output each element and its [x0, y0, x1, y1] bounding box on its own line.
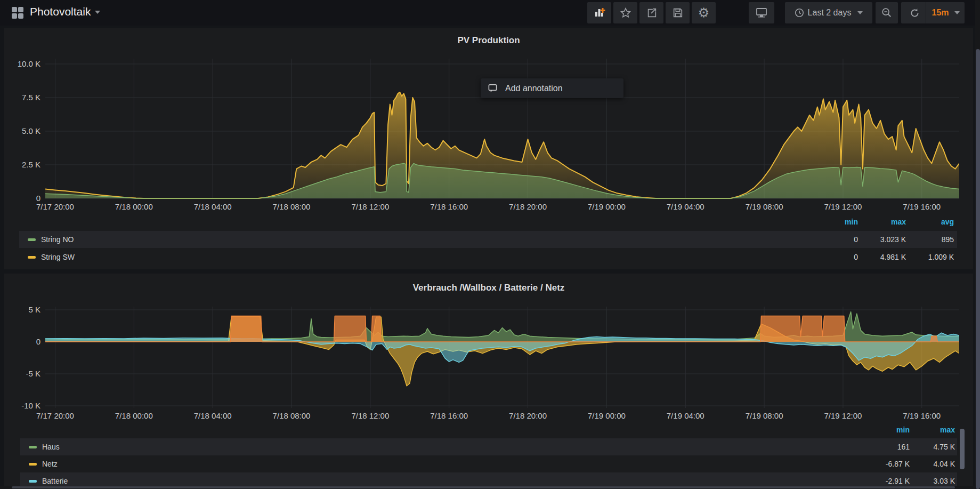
star-icon [620, 7, 631, 19]
time-range-label: Last 2 days [808, 8, 852, 18]
x-axis-tick-label: 7/18 12:00 [351, 202, 389, 211]
series-color-swatch[interactable] [28, 238, 36, 241]
series-group [45, 312, 959, 386]
refresh-interval-label: 15m [932, 8, 949, 18]
refresh-icon [909, 7, 920, 19]
x-axis-tick-label: 7/19 08:00 [746, 411, 783, 420]
add-annotation-menu-item[interactable]: Add annotation [481, 78, 623, 98]
tv-mode-button[interactable] [749, 2, 774, 23]
legend-label[interactable]: Netz [42, 460, 58, 468]
series-color-swatch[interactable] [29, 463, 37, 466]
comment-bubble-icon [488, 83, 498, 93]
x-axis-tick-label: 7/19 08:00 [746, 202, 783, 211]
x-axis-tick-label: 7/18 04:00 [194, 411, 232, 420]
time-range-picker[interactable]: Last 2 days [785, 2, 872, 23]
add-panel-button[interactable] [587, 2, 611, 23]
x-axis-tick-label: 7/19 16:00 [903, 202, 941, 211]
legend-max-value: 3.03 K [864, 477, 955, 485]
legend-row-haus[interactable]: Haus 161 4.75 K [20, 438, 957, 455]
zoom-out-button[interactable] [876, 2, 898, 23]
x-axis-tick-label: 7/19 00:00 [588, 202, 626, 211]
legend-row-netz[interactable]: Netz -6.87 K 4.04 K [20, 455, 957, 472]
x-axis-tick-label: 7/18 00:00 [115, 411, 153, 420]
zoom-out-icon [881, 7, 893, 19]
y-axis-tick-label: 0 [36, 337, 41, 346]
dashboard-title-dropdown[interactable]: Photovoltaik [30, 5, 100, 18]
save-dashboard-button[interactable] [666, 2, 690, 23]
y-axis-tick-label: 5 K [28, 305, 41, 314]
y-axis-tick-label: 2.5 K [22, 160, 41, 169]
share-dashboard-button[interactable] [639, 2, 663, 23]
legend-max-value: 4.04 K [864, 460, 955, 468]
y-axis-tick-label: 5.0 K [22, 126, 41, 135]
y-axis-tick-label: 10.0 K [18, 59, 41, 68]
x-axis-tick-label: 7/19 12:00 [824, 202, 862, 211]
series-group [45, 92, 959, 198]
legend-max-value: 4.75 K [864, 443, 955, 451]
navbar: Photovoltaik [0, 0, 980, 26]
share-icon [646, 7, 658, 19]
x-axis-tick-label: 7/18 08:00 [273, 411, 311, 420]
monitor-icon [755, 7, 768, 19]
series-color-swatch[interactable] [29, 446, 37, 448]
star-dashboard-button[interactable] [613, 2, 637, 23]
x-axis-tick-label: 7/19 00:00 [588, 411, 626, 420]
x-axis-tick-label: 7/17 20:00 [36, 202, 74, 211]
legend-avg-value: 895 [863, 235, 954, 244]
legend-label[interactable]: String NO [41, 235, 74, 244]
clock-icon [795, 8, 804, 18]
horizontal-scrollbar[interactable] [0, 486, 975, 489]
chevron-down-icon [954, 11, 960, 14]
legend-scrollbar-thumb[interactable] [960, 429, 965, 469]
x-axis-tick-label: 7/18 08:00 [273, 202, 311, 211]
horizontal-scrollbar-thumb[interactable] [12, 486, 955, 488]
legend-col-max[interactable]: max [864, 426, 955, 434]
dashboard-settings-button[interactable]: ⚙ [692, 2, 716, 23]
vertical-scrollbar-thumb[interactable] [976, 49, 980, 489]
legend-label[interactable]: String SW [41, 253, 75, 261]
x-axis-tick-label: 7/18 20:00 [509, 202, 547, 211]
save-icon [672, 7, 684, 19]
series-color-swatch[interactable] [29, 480, 37, 483]
x-axis-tick-label: 7/18 20:00 [509, 411, 547, 420]
legend-row-string-sw[interactable]: String SW 0 4.981 K 1.009 K [19, 248, 957, 266]
refresh-picker[interactable]: 15m [901, 2, 965, 23]
x-axis-tick-label: 7/19 04:00 [667, 202, 704, 211]
x-axis-tick-label: 7/18 04:00 [194, 202, 232, 211]
verbrauch-chart-canvas[interactable]: 5 K0-5 K-10 K7/17 20:007/18 00:007/18 04… [0, 275, 975, 427]
legend-col-avg[interactable]: avg [863, 218, 954, 226]
dashboard-title: Photovoltaik [30, 5, 91, 18]
x-axis-tick-label: 7/19 04:00 [667, 411, 704, 420]
x-axis-tick-label: 7/19 16:00 [903, 411, 941, 420]
legend-label[interactable]: Haus [42, 443, 60, 451]
x-axis-tick-label: 7/18 00:00 [115, 202, 153, 211]
legend-row-string-no[interactable]: String NO 0 3.023 K 895 [19, 231, 957, 248]
add-annotation-label: Add annotation [505, 84, 563, 93]
series-color-swatch[interactable] [28, 256, 36, 259]
chevron-down-icon [857, 11, 863, 14]
y-axis-tick-label: 7.5 K [22, 93, 41, 102]
legend-label[interactable]: Batterie [42, 477, 68, 485]
x-axis-tick-label: 7/19 12:00 [824, 411, 862, 420]
x-axis-tick-label: 7/18 12:00 [351, 411, 389, 420]
add-panel-icon [593, 6, 606, 19]
pv-produktion-chart-canvas[interactable]: 10.0 K7.5 K5.0 K2.5 K07/17 20:007/18 00:… [0, 29, 975, 245]
gear-icon: ⚙ [698, 5, 710, 20]
vertical-scrollbar[interactable] [975, 0, 980, 489]
y-axis-tick-label: -5 K [26, 369, 41, 378]
grafana-dashboard: Photovoltaik [0, 0, 980, 489]
x-axis-tick-label: 7/18 16:00 [430, 202, 468, 211]
x-axis-tick-label: 7/18 16:00 [430, 411, 468, 420]
legend-avg-value: 1.009 K [863, 253, 954, 261]
x-axis-tick-label: 7/17 20:00 [36, 411, 74, 420]
chevron-down-icon [95, 11, 100, 14]
y-axis-tick-label: 0 [36, 194, 41, 203]
y-axis-tick-label: -10 K [21, 401, 41, 410]
legend-header: min max avg [0, 218, 975, 228]
dashboards-grid-icon[interactable] [12, 7, 23, 19]
legend-header: min max [0, 426, 975, 436]
divider [926, 2, 926, 23]
